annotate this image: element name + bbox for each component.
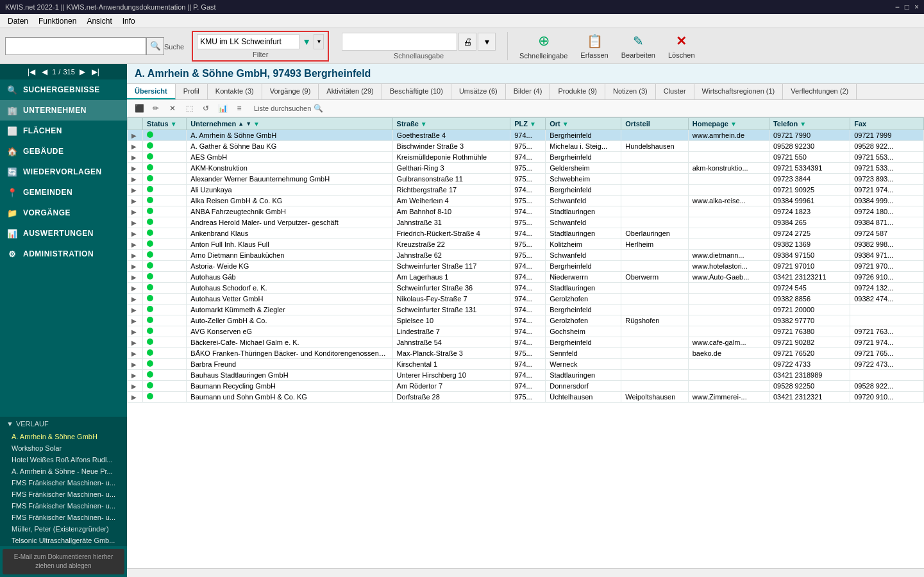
verlauf-item-7[interactable]: FMS Fränkischer Maschinen- u... (0, 512, 127, 523)
filter-icon[interactable]: ▼ (302, 37, 311, 47)
th-telefon[interactable]: Telefon ▼ (769, 118, 850, 130)
list-btn-4[interactable]: ↺ (199, 102, 213, 115)
pager-prev[interactable]: ◀ (40, 67, 49, 77)
verlauf-item-6[interactable]: FMS Fränkischer Maschinen- u... (0, 500, 127, 512)
tab-wirtschaftsregionen[interactable]: Wirtschaftsregionen (1) (694, 84, 784, 99)
th-homepage[interactable]: Homepage ▼ (688, 118, 769, 130)
loeschen-button[interactable]: ✕ Löschen (663, 31, 700, 62)
tab-beschaeftigte[interactable]: Beschäftigte (10) (382, 84, 451, 99)
tab-umsaetze[interactable]: Umsätze (6) (451, 84, 506, 99)
table-row[interactable]: ▶ AES GmbH Kreismülldeponie Rothmühle 97… (128, 152, 924, 163)
list-btn-1[interactable]: ✏ (149, 102, 163, 115)
tab-profil[interactable]: Profil (176, 84, 208, 99)
list-btn-3[interactable]: ⬚ (182, 102, 196, 115)
window-controls[interactable]: − □ × (895, 3, 919, 12)
tab-kontakte[interactable]: Kontakte (3) (208, 84, 262, 99)
th-sort-desc[interactable]: ▼ (246, 121, 251, 127)
tab-produkte[interactable]: Produkte (9) (550, 84, 605, 99)
menu-ansicht[interactable]: Ansicht (81, 15, 117, 27)
table-row[interactable]: ▶ Ankenbrand Klaus Friedrich-Rückert-Str… (128, 228, 924, 239)
table-row[interactable]: ▶ Autohaus Schodorf e. K. Schweinfurter … (128, 283, 924, 294)
maximize-button[interactable]: □ (905, 3, 909, 12)
table-row[interactable]: ▶ AKM-Konstruktion Gelthari-Ring 3 975..… (128, 163, 924, 174)
verlauf-item-5[interactable]: FMS Fränkischer Maschinen- u... (0, 489, 127, 500)
email-drop-zone[interactable]: E-Mail zum Dokumentieren hierher ziehen … (3, 549, 124, 574)
th-status[interactable]: Status ▼ (143, 118, 187, 130)
verlauf-item-1[interactable]: Workshop Solar (0, 442, 127, 454)
menu-info[interactable]: Info (117, 15, 140, 27)
table-row[interactable]: ▶ Andreas Herold Maler- und Verputzer- g… (128, 217, 924, 228)
table-row[interactable]: ▶ Baumann und Sohn GmbH & Co. KG Dorfstr… (128, 392, 924, 403)
table-row[interactable]: ▶ AVG Konserven eG Lindestraße 7 974... … (128, 326, 924, 337)
th-unternehmen-filter[interactable]: ▼ (253, 121, 260, 128)
sidebar-item-suchergebnisse[interactable]: 🔍 SUCHERGEBNISSE (0, 79, 127, 100)
filter-dropdown-button[interactable]: ▾ (314, 34, 324, 49)
erfassen-button[interactable]: 📋 Erfassen (575, 31, 613, 62)
tab-cluster[interactable]: Cluster (656, 84, 694, 99)
table-row[interactable]: ▶ Barbra Freund Kirschental 1 974... Wer… (128, 359, 924, 370)
pager-last[interactable]: ▶| (90, 67, 101, 77)
close-button[interactable]: × (914, 3, 919, 12)
verlauf-item-3[interactable]: A. Amrhein & Söhne - Neue Pr... (0, 465, 127, 477)
th-plz[interactable]: PLZ ▼ (510, 118, 546, 130)
schnellausgabe-input[interactable] (342, 33, 457, 51)
table-row[interactable]: ▶ A. Amrhein & Söhne GmbH Goethestraße 4… (128, 130, 924, 141)
th-fax[interactable]: Fax (850, 118, 924, 130)
verlauf-item-9[interactable]: Telsonic Ultraschallgeräte Gmb... (0, 535, 127, 546)
pager-next[interactable]: ▶ (78, 67, 87, 77)
bearbeiten-button[interactable]: ✎ Bearbeiten (616, 31, 660, 62)
list-btn-5[interactable]: 📊 (215, 102, 230, 115)
th-strasse[interactable]: Straße ▼ (392, 118, 510, 130)
sidebar-item-vorgaenge[interactable]: 📁 VORGÄNGE (0, 203, 127, 223)
th-sort-asc[interactable]: ▲ (238, 121, 244, 127)
list-btn-2[interactable]: ✕ (165, 102, 180, 115)
table-row[interactable]: ▶ Bäckerei-Cafe- Michael Galm e. K. Jahn… (128, 337, 924, 348)
verlauf-item-4[interactable]: FMS Fränkischer Maschinen- u... (0, 477, 127, 489)
menu-funktionen[interactable]: Funktionen (33, 15, 81, 27)
sidebar-item-flaechen[interactable]: ⬜ FLÄCHEN (0, 121, 127, 141)
th-ort[interactable]: Ort ▼ (546, 118, 621, 130)
verlauf-item-8[interactable]: Müller, Peter (Existenzgründer) (0, 523, 127, 535)
table-row[interactable]: ▶ Autohaus Vetter GmbH Nikolaus-Fey-Stra… (128, 294, 924, 305)
table-row[interactable]: ▶ A. Gather & Söhne Bau KG Bischwinder S… (128, 141, 924, 152)
print-dropdown-button[interactable]: ▾ (478, 33, 496, 51)
filter-input[interactable] (197, 34, 299, 49)
tab-aktivitaeten[interactable]: Aktivitäten (29) (319, 84, 382, 99)
tab-bilder[interactable]: Bilder (4) (506, 84, 551, 99)
th-status-filter[interactable]: ▼ (171, 121, 177, 128)
sidebar-item-gebaeude[interactable]: 🏠 GEBÄUDE (0, 141, 127, 162)
table-row[interactable]: ▶ Alexander Werner Bauunternehmung GmbH … (128, 174, 924, 185)
sidebar-item-gemeinden[interactable]: 📍 GEMEINDEN (0, 182, 127, 203)
th-ortsteil[interactable]: Ortsteil (621, 118, 689, 130)
th-ort-filter[interactable]: ▼ (562, 121, 569, 128)
table-row[interactable]: ▶ BÄKO Franken-Thüringen Bäcker- und Kon… (128, 348, 924, 359)
verlauf-item-0[interactable]: A. Amrhein & Söhne GmbH (0, 431, 127, 442)
sidebar-item-wiedervorlagen[interactable]: 🔄 WIEDERVORLAGEN (0, 162, 127, 182)
table-row[interactable]: ▶ Alka Reisen GmbH & Co. KG Am Weiherleı… (128, 196, 924, 206)
sidebar-item-administration[interactable]: ⚙ ADMINISTRATION (0, 244, 127, 264)
list-search-icon[interactable]: 🔍 (314, 104, 323, 113)
verlauf-header[interactable]: ▼ VERLAUF (0, 417, 127, 431)
th-strasse-filter[interactable]: ▼ (421, 121, 427, 128)
list-btn-0[interactable]: ⬛ (132, 102, 146, 115)
th-homepage-filter[interactable]: ▼ (730, 121, 737, 128)
horizontal-scrollbar[interactable] (127, 568, 924, 577)
verlauf-item-2[interactable]: Hotel Weißes Roß Alfons Rudl... (0, 454, 127, 465)
th-telefon-filter[interactable]: ▼ (800, 121, 806, 128)
th-plz-filter[interactable]: ▼ (530, 121, 536, 128)
th-unternehmen[interactable]: Unternehmen ▲ ▼ ▼ (187, 118, 392, 130)
sidebar-item-unternehmen[interactable]: 🏢 UNTERNEHMEN (0, 100, 127, 121)
table-row[interactable]: ▶ Baumann Recycling GmbH Am Rödertor 7 9… (128, 381, 924, 392)
search-button[interactable]: 🔍 (146, 37, 164, 55)
table-row[interactable]: ▶ Ali Uzunkaya Richtbergstraße 17 974...… (128, 185, 924, 196)
list-btn-6[interactable]: ≡ (232, 102, 246, 115)
table-row[interactable]: ▶ ANBA Fahrzeugtechnik GmbH Am Bahnhof 8… (128, 206, 924, 217)
table-row[interactable]: ▶ Arno Dietmann Einbauküchen Jahnstraße … (128, 250, 924, 261)
table-row[interactable]: ▶ Anton Full Inh. Klaus Full Kreuzstraße… (128, 239, 924, 250)
pager-first[interactable]: |◀ (26, 67, 37, 77)
sidebar-item-auswertungen[interactable]: 📊 AUSWERTUNGEN (0, 223, 127, 244)
tab-uebersicht[interactable]: Übersicht (127, 84, 176, 99)
tab-vorgaenge[interactable]: Vorgänge (9) (262, 84, 319, 99)
tab-verflechtungen[interactable]: Verflechtungen (2) (783, 84, 857, 99)
menu-daten[interactable]: Daten (3, 15, 33, 27)
